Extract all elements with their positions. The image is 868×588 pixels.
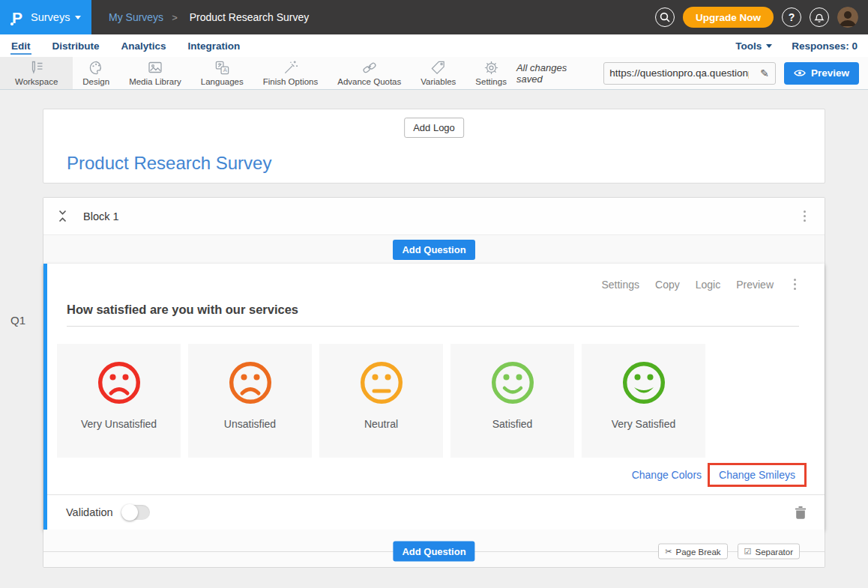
option-label: Very Unsatisfied [81, 418, 157, 430]
toolbar-item-workspace[interactable]: Workspace [0, 57, 73, 89]
user-avatar[interactable] [837, 7, 858, 28]
toolbar-item-variables[interactable]: Variables [411, 57, 465, 89]
tab-integration[interactable]: Integration [187, 37, 241, 55]
finish-options-icon [283, 60, 298, 76]
add-logo-button[interactable]: Add Logo [404, 118, 464, 138]
question-actions: Settings Copy Logic Preview [47, 264, 825, 293]
survey-url-field: ✎ [603, 62, 776, 85]
checkbox-icon: ☑ [744, 547, 752, 557]
option-neutral[interactable]: Neutral [319, 344, 443, 458]
option-label: Very Satisfied [612, 418, 676, 430]
question-number-label: Q1 [10, 314, 25, 327]
search-button[interactable] [655, 7, 675, 27]
toolbar-item-media-library[interactable]: Media Library [119, 57, 191, 89]
smiley-config-links: Change Colors Change Smileys [47, 463, 807, 487]
tab-distribute[interactable]: Distribute [52, 37, 100, 55]
delete-question-button[interactable] [795, 506, 806, 519]
annotation-highlight-box: Change Smileys [708, 463, 807, 487]
survey-url-input[interactable] [604, 67, 754, 79]
advance-quotas-icon [361, 60, 378, 76]
option-very-satisfied[interactable]: Very Satisfied [582, 344, 705, 458]
question-copy-link[interactable]: Copy [655, 279, 680, 291]
question-preview-link[interactable]: Preview [736, 279, 774, 291]
option-label: Unsatisfied [224, 418, 276, 430]
block-title: Block 1 [83, 210, 119, 222]
breadcrumb-my-surveys[interactable]: My Surveys [109, 11, 163, 23]
validation-row: Validation [47, 494, 825, 530]
option-label: Neutral [364, 418, 398, 430]
upgrade-now-button[interactable]: Upgrade Now [683, 7, 774, 28]
search-icon [660, 12, 670, 22]
question-text[interactable]: How satisfied are you with our services [67, 303, 298, 316]
toolbar-item-languages[interactable]: A Languages [191, 57, 253, 89]
collapse-block-button[interactable] [58, 210, 67, 222]
option-satisfied[interactable]: Satisfied [450, 344, 574, 458]
option-very-unsatisfied[interactable]: Very Unsatisfied [57, 344, 181, 458]
very-unsatisfied-smiley-icon [96, 360, 142, 406]
toolbar-item-finish-options[interactable]: Finish Options [253, 57, 328, 89]
app-menu-label: Surveys [31, 11, 70, 23]
question-logic-link[interactable]: Logic [696, 279, 720, 291]
question-menu-button[interactable] [789, 276, 801, 293]
tab-analytics[interactable]: Analytics [121, 37, 167, 55]
bell-icon [814, 12, 825, 23]
tools-dropdown[interactable]: Tools [735, 40, 772, 52]
edit-url-pencil-icon[interactable]: ✎ [754, 67, 775, 79]
avatar-photo [837, 7, 858, 28]
block-card: Block 1 Add Question Settings Copy Logic… [43, 197, 825, 568]
very-satisfied-smiley-icon [621, 360, 667, 406]
eye-icon [794, 69, 806, 77]
question-mark-icon: ? [789, 11, 795, 23]
survey-nav-bar: Edit Distribute Analytics Integration To… [0, 34, 868, 57]
tab-edit[interactable]: Edit [10, 37, 31, 55]
languages-icon: A [214, 60, 230, 76]
collapse-icon [58, 210, 67, 222]
workspace-toolbar: Workspace Design Media Library A Languag… [0, 57, 868, 90]
top-header-bar: P Surveys My Surveys > Product Research … [0, 0, 868, 34]
add-question-button-bottom[interactable]: Add Question [393, 542, 474, 562]
validation-label: Validation [66, 506, 113, 518]
block-header: Block 1 [43, 198, 825, 235]
change-smileys-link[interactable]: Change Smileys [719, 469, 795, 481]
question-text-field[interactable]: How satisfied are you with our services [67, 303, 799, 327]
block-menu-button[interactable] [799, 207, 810, 225]
notifications-button[interactable] [810, 7, 829, 27]
settings-icon [483, 60, 499, 76]
add-question-button-top[interactable]: Add Question [393, 240, 474, 260]
toggle-knob [121, 504, 138, 521]
breadcrumb-separator: > [172, 12, 178, 23]
option-unsatisfied[interactable]: Unsatisfied [188, 344, 312, 458]
questionpro-logo-icon: P [12, 10, 22, 25]
change-colors-link[interactable]: Change Colors [632, 469, 702, 481]
question-card: Settings Copy Logic Preview How satisfie… [43, 264, 825, 530]
save-status-text: All changes saved [516, 62, 595, 85]
page-break-button[interactable]: ✂ Page Break [658, 544, 727, 560]
toolbar-item-design[interactable]: Design [73, 57, 119, 89]
survey-title[interactable]: Product Research Survey [67, 153, 271, 174]
preview-button[interactable]: Preview [784, 62, 859, 85]
help-button[interactable]: ? [782, 7, 801, 27]
design-icon [88, 60, 104, 76]
neutral-smiley-icon [358, 360, 405, 406]
responses-count[interactable]: Responses: 0 [792, 40, 858, 52]
svg-text:A: A [223, 67, 227, 73]
toolbar-item-settings[interactable]: Settings [465, 57, 516, 89]
unsatisfied-smiley-icon [227, 360, 274, 406]
block-footer: Add Question ✂ Page Break ☑ Separator [43, 530, 825, 567]
add-question-strip-top: Add Question [43, 235, 825, 264]
survey-header-card: Add Logo Product Research Survey [43, 109, 825, 184]
app-menu[interactable]: P Surveys [0, 0, 91, 34]
validation-toggle[interactable] [121, 505, 150, 520]
scissors-icon: ✂ [665, 547, 672, 557]
smiley-options: Very Unsatisfied Unsatisfied Neu [57, 344, 825, 458]
question-settings-link[interactable]: Settings [601, 279, 639, 291]
chevron-down-icon [766, 44, 772, 48]
toolbar-item-advance-quotas[interactable]: Advance Quotas [328, 57, 411, 89]
separator-button[interactable]: ☑ Separator [738, 544, 800, 560]
breadcrumb-current-survey: Product Research Survey [190, 11, 310, 23]
option-label: Satisfied [492, 418, 533, 430]
workspace-icon [28, 60, 45, 76]
media-library-icon [147, 60, 163, 76]
satisfied-smiley-icon [489, 360, 536, 406]
variables-icon [430, 60, 446, 76]
